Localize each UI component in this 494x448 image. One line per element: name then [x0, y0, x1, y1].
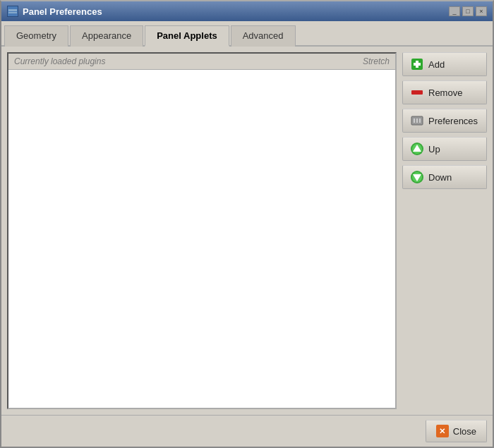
tab-panel-applets[interactable]: Panel Applets: [145, 25, 229, 47]
add-icon: [410, 57, 424, 71]
preferences-label: Preferences: [428, 116, 478, 126]
up-icon: [410, 142, 424, 156]
tab-appearance[interactable]: Appearance: [70, 25, 143, 47]
tabs-bar: Geometry Appearance Panel Applets Advanc…: [1, 21, 493, 47]
close-button[interactable]: ✕ Close: [426, 420, 487, 442]
remove-button[interactable]: Remove: [402, 80, 487, 104]
svg-rect-9: [419, 119, 421, 123]
svg-rect-4: [414, 63, 421, 66]
plugin-list-body[interactable]: [8, 70, 395, 408]
window-icon: [7, 6, 18, 17]
tab-geometry[interactable]: Geometry: [4, 25, 68, 47]
tab-advanced[interactable]: Advanced: [231, 25, 296, 47]
up-label: Up: [428, 144, 440, 155]
close-label: Close: [453, 426, 476, 437]
svg-rect-0: [8, 9, 17, 11]
main-area: Currently loaded plugins Stretch: [7, 52, 487, 409]
add-button[interactable]: Add: [402, 52, 487, 76]
plugin-list-header: Currently loaded plugins Stretch: [8, 54, 395, 70]
plugin-list-header-name: Currently loaded plugins: [14, 56, 363, 66]
title-controls: _ □ ×: [449, 6, 487, 16]
maximize-button[interactable]: □: [462, 6, 474, 16]
title-bar-left: Panel Preferences: [7, 6, 102, 17]
plugin-list-header-stretch: Stretch: [363, 56, 390, 66]
svg-rect-5: [411, 90, 423, 95]
svg-rect-7: [414, 119, 415, 123]
buttons-panel: Add Remove: [402, 52, 487, 409]
add-label: Add: [428, 59, 445, 70]
down-label: Down: [428, 172, 452, 183]
minimize-button[interactable]: _: [449, 6, 460, 16]
preferences-button[interactable]: Preferences: [402, 109, 487, 133]
remove-icon: [410, 85, 424, 99]
close-window-button[interactable]: ×: [476, 6, 487, 16]
content-area: Currently loaded plugins Stretch: [1, 47, 493, 415]
up-button[interactable]: Up: [402, 137, 487, 161]
window-title: Panel Preferences: [23, 6, 102, 17]
svg-rect-8: [416, 119, 418, 123]
svg-rect-1: [8, 12, 17, 13]
remove-label: Remove: [428, 87, 462, 98]
plugin-list-container: Currently loaded plugins Stretch: [7, 52, 397, 409]
title-bar: Panel Preferences _ □ ×: [1, 1, 493, 21]
bottom-bar: ✕ Close: [1, 415, 493, 447]
close-x-icon: ✕: [436, 425, 449, 437]
main-window: Panel Preferences _ □ × Geometry Appeara…: [0, 0, 494, 448]
prefs-icon: [410, 114, 424, 128]
down-button[interactable]: Down: [402, 165, 487, 189]
down-icon: [410, 170, 424, 184]
